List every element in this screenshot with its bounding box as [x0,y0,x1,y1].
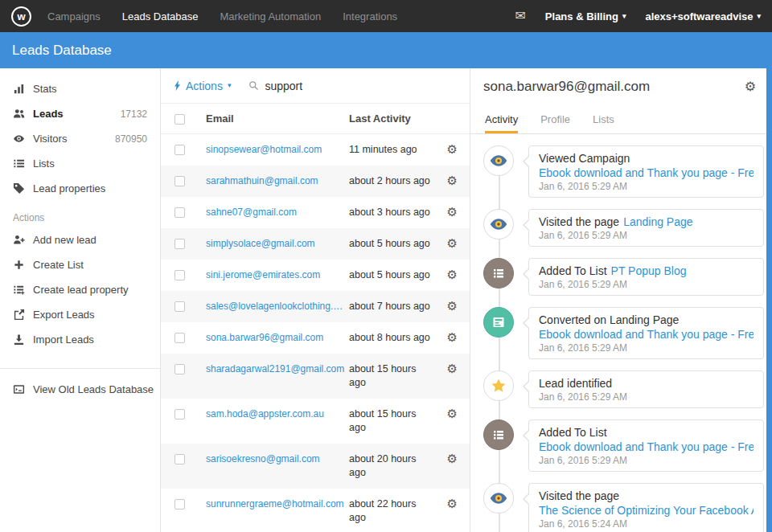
lead-email-link[interactable]: simplysolace@gmail.com [198,237,346,251]
row-checkbox[interactable] [175,270,185,280]
row-checkbox[interactable] [175,301,185,312]
lead-email-link[interactable]: sahne07@gmail.com [198,206,346,219]
row-gear-icon[interactable]: ⚙ [447,174,470,188]
activity-link[interactable]: The Science of Optimizing Your Facebook … [539,504,754,517]
activity-link[interactable]: Ebook download and Thank you page - Free… [539,328,754,341]
plans-billing-menu[interactable]: Plans & Billing ▾ [545,10,626,23]
nav-marketing-automation[interactable]: Marketing Automation [220,10,321,23]
sidebar-item-leads[interactable]: Leads 17132 [0,101,160,126]
tab-profile[interactable]: Profile [540,105,570,133]
form-icon [489,313,508,332]
row-checkbox[interactable] [175,333,185,343]
sidebar-item-lists[interactable]: Lists [0,151,160,176]
timeline-item: Visited the page Landing Page Jan 6, 201… [483,209,764,247]
activity-inline-link[interactable]: Landing Page [623,215,692,228]
activity-card: Visited the page The Science of Optimizi… [528,483,764,532]
content-area: Stats Leads 17132 Visitors 870950 Lists … [0,68,772,532]
row-gear-icon[interactable]: ⚙ [447,452,470,466]
lead-row[interactable]: sarisoekresno@gmail.com about 20 hours a… [161,444,470,489]
sidebar-action-import-leads[interactable]: Import Leads [0,327,160,352]
list-icon [489,425,508,444]
lead-row[interactable]: sam.hoda@appster.com.au about 15 hours a… [161,399,470,444]
account-menu[interactable]: alexs+softwareadvise ▾ [645,10,761,23]
row-checkbox[interactable] [175,364,185,374]
row-gear-icon[interactable]: ⚙ [447,268,470,282]
lead-row[interactable]: sini.jerome@emirates.com about 5 hours a… [161,260,470,291]
lead-email-link[interactable]: sona.barwar96@gmail.com [198,331,346,345]
lead-email-link[interactable]: sam.hoda@appster.com.au [198,407,346,421]
row-checkbox[interactable] [175,499,185,509]
activity-title: Added To List [539,264,607,277]
activity-badge [483,307,514,338]
caret-down-icon: ▾ [228,82,232,89]
lead-row[interactable]: sunrunnergraeme@hotmail.com about 22 hou… [161,489,470,532]
old-database-icon [13,383,25,395]
sidebar-item-view-old-leads-database[interactable]: View Old Leads Database [0,377,160,402]
row-checkbox[interactable] [175,207,185,218]
activity-badge [483,483,514,514]
lead-row[interactable]: sinopsewear@hotmail.com 11 minutes ago ⚙ [161,134,470,166]
nav-integrations[interactable]: Integrations [343,10,397,23]
lead-row[interactable]: sahne07@gmail.com about 3 hours ago ⚙ [161,197,470,228]
row-checkbox[interactable] [175,239,185,249]
list-plus-icon [13,284,25,296]
row-gear-icon[interactable]: ⚙ [447,331,470,345]
row-gear-icon[interactable]: ⚙ [447,407,470,421]
row-gear-icon[interactable]: ⚙ [447,497,470,511]
leads-toolbar: Actions ▾ [161,68,470,104]
sidebar-item-visitors[interactable]: Visitors 870950 [0,126,160,151]
activity-timeline: Viewed Campaign Ebook download and Thank… [470,134,772,532]
row-gear-icon[interactable]: ⚙ [447,300,470,313]
activity-date: Jan 6, 2016 5:29 AM [539,392,754,403]
row-checkbox[interactable] [175,145,185,155]
sidebar-item-stats[interactable]: Stats [0,76,160,101]
messages-envelope-icon[interactable]: ✉ [515,10,525,23]
actions-dropdown[interactable]: Actions ▾ [174,80,231,92]
lead-email-link[interactable]: sales@lovelagenlookclothing.co... [198,300,346,313]
caret-down-icon: ▾ [622,13,626,20]
row-gear-icon[interactable]: ⚙ [447,237,470,251]
activity-inline-link[interactable]: PT Popup Blog [611,264,687,277]
activity-card: Converted on Landing Page Ebook download… [528,307,764,359]
lead-email-link[interactable]: sarisoekresno@gmail.com [198,452,346,466]
last-activity-text: about 20 hours ago [346,452,434,480]
row-gear-icon[interactable]: ⚙ [447,143,470,157]
activity-date: Jan 6, 2016 5:29 AM [539,280,754,290]
sidebar-action-create-lead-property[interactable]: Create lead property [0,277,160,302]
sidebar-action-add-new-lead[interactable]: Add new lead [0,227,160,252]
sidebar-item-lead-properties[interactable]: Lead properties [0,176,160,201]
search-input[interactable] [265,80,369,92]
nav-leads-database[interactable]: Leads Database [122,10,199,23]
lead-row[interactable]: sales@lovelagenlookclothing.co... about … [161,291,470,322]
timeline-item: Added To List Ebook download and Thank y… [483,419,764,472]
lead-email-link[interactable]: sharadagarwal2191@gmail.com [198,362,346,376]
lead-email-link[interactable]: sunrunnergraeme@hotmail.com [198,497,346,511]
tab-activity[interactable]: Activity [485,105,518,133]
tab-lists[interactable]: Lists [593,105,614,133]
app-logo[interactable]: w [11,6,31,27]
lead-detail-title: sona.barwar96@gmail.com [483,79,650,95]
nav-campaigns[interactable]: Campaigns [47,10,101,23]
sidebar-action-create-list[interactable]: Create List [0,252,160,277]
search-box [248,80,369,92]
lead-row[interactable]: sona.barwar96@gmail.com about 8 hours ag… [161,322,470,354]
row-checkbox[interactable] [175,176,185,186]
detail-gear-icon[interactable]: ⚙ [745,80,756,93]
lead-row[interactable]: sarahmathuin@gmail.com about 2 hours ago… [161,166,470,197]
lead-email-link[interactable]: sini.jerome@emirates.com [198,268,346,282]
lead-email-link[interactable]: sinopsewear@hotmail.com [198,143,346,157]
lead-row[interactable]: simplysolace@gmail.com about 5 hours ago… [161,228,470,260]
row-gear-icon[interactable]: ⚙ [447,362,470,376]
select-all-checkbox[interactable] [175,114,185,125]
activity-title: Visited the page [539,215,619,228]
activity-link[interactable]: Ebook download and Thank you page - Free… [539,440,754,453]
lead-row[interactable]: sharadagarwal2191@gmail.com about 15 hou… [161,354,470,399]
page-scrollbar[interactable] [766,68,772,532]
row-gear-icon[interactable]: ⚙ [447,206,470,219]
row-checkbox[interactable] [175,454,185,464]
activity-link[interactable]: Ebook download and Thank you page - Free… [539,166,754,179]
lead-email-link[interactable]: sarahmathuin@gmail.com [198,174,346,188]
sidebar-action-export-leads[interactable]: Export Leads [0,302,160,327]
timeline-item: Added To List PT Popup Blog Jan 6, 2016 … [483,258,764,296]
row-checkbox[interactable] [175,409,185,419]
